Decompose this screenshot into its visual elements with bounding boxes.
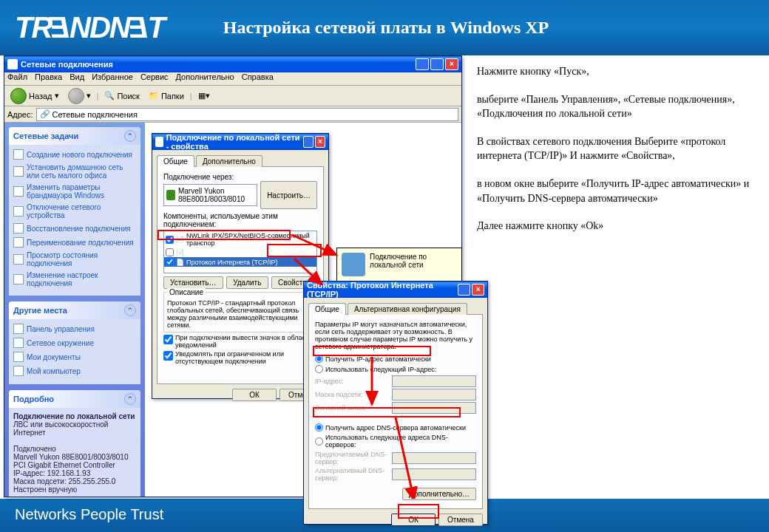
maximize-button[interactable] [430, 58, 444, 70]
ip-auto-radio[interactable]: Получить IP-адрес автоматически [315, 355, 476, 363]
places-header[interactable]: Другие места⌃ [9, 301, 140, 319]
place-item[interactable]: Панель управления [13, 324, 136, 334]
help-button[interactable] [303, 136, 314, 148]
close-button[interactable]: × [472, 284, 484, 296]
connection-icon [342, 253, 365, 276]
instr-p2: выберите «Панель Управления», «Сетевые п… [477, 92, 762, 121]
mask-field [392, 389, 476, 400]
forward-icon [68, 88, 84, 104]
dialog2-titlebar[interactable]: Свойства: Протокол Интернета (TCP/IP) × [304, 282, 487, 298]
task-item[interactable]: Восстановление подключения [13, 223, 136, 233]
tcpip-properties-dialog: Свойства: Протокол Интернета (TCP/IP) × … [303, 281, 488, 525]
instructions-panel: Нажмите кнопку «Пуск», выберите «Панель … [470, 55, 769, 499]
dialog2-title: Свойства: Протокол Интернета (TCP/IP) [307, 281, 456, 299]
ip-field [392, 375, 476, 387]
task-item[interactable]: Создание нового подключения [13, 149, 136, 160]
install-button[interactable]: Установить… [163, 276, 223, 289]
minimize-button[interactable] [416, 58, 429, 70]
tab-general[interactable]: Общие [157, 155, 194, 167]
footer-text: Networks People Trust [15, 506, 163, 522]
connect-via-label: Подключение через: [163, 173, 317, 181]
task-item[interactable]: Просмотр состояния подключения [13, 251, 136, 267]
search-button[interactable]: 🔍 Поиск [101, 89, 142, 102]
task-item[interactable]: Изменение настроек подключения [13, 271, 136, 287]
collapse-icon: ⌃ [124, 304, 136, 316]
explorer-title: Сетевые подключения [21, 60, 113, 69]
instr-p1: Нажмите кнопку «Пуск», [477, 64, 762, 79]
notify-icon-checkbox[interactable]: При подключении вывести значок в области… [163, 334, 317, 349]
tab-altconfig[interactable]: Альтернативная конфигурация [348, 303, 467, 315]
gateway-field [392, 402, 476, 414]
instr-p3: В свойствах сетевого подключения Выберит… [477, 134, 762, 163]
uninstall-button[interactable]: Удалить [226, 276, 269, 289]
components-label: Компоненты, используемые этим подключени… [163, 212, 317, 228]
address-input[interactable]: 🔗Сетевые подключения [36, 108, 458, 121]
address-bar: Адрес: 🔗Сетевые подключения [4, 106, 461, 123]
connection-properties-dialog: Подключение по локальной сети - свойства… [152, 133, 329, 399]
views-button[interactable]: ▦▾ [195, 89, 213, 102]
dns-manual-radio[interactable]: Использовать следующие адреса DNS-сервер… [315, 434, 476, 449]
dns1-field [392, 452, 476, 464]
help-button[interactable] [458, 284, 470, 296]
task-item[interactable]: Изменить параметры брандмауэра Windows [13, 183, 136, 200]
ip-para: Параметры IP могут назначаться автоматич… [315, 321, 476, 350]
menubar[interactable]: ФайлПравкаВидИзбранноеСервисДополнительн… [4, 72, 461, 86]
tasks-header[interactable]: Сетевые задачи⌃ [9, 127, 140, 145]
address-label: Адрес: [7, 110, 33, 119]
details-body: Подключение по локальной сети ЛВС или вы… [9, 408, 140, 497]
task-item[interactable]: Отключение сетевого устройства [13, 203, 136, 219]
window-icon [155, 137, 163, 147]
instr-p5: Далее нажмите кнопку «Ok» [477, 219, 762, 233]
collapse-icon: ⌃ [124, 130, 136, 142]
place-item[interactable]: Мои документы [13, 352, 136, 362]
collapse-icon: ⌃ [124, 393, 136, 405]
advanced-button[interactable]: Дополнительно… [402, 488, 476, 500]
forward-button[interactable]: ▾ [65, 86, 94, 106]
window-icon [7, 59, 18, 69]
close-button[interactable]: × [315, 136, 325, 148]
ip-manual-radio[interactable]: Использовать следующий IP-адрес: [315, 365, 476, 373]
dialog1-titlebar[interactable]: Подключение по локальной сети - свойства… [152, 134, 328, 150]
components-list[interactable]: 📄NWLink IPX/SPX/NetBIOS-совместимый тран… [163, 231, 317, 273]
notify-limited-checkbox[interactable]: Уведомлять при ограниченном или отсутств… [163, 350, 317, 365]
task-item[interactable]: Установить домашнюю сеть или сеть малого… [13, 163, 136, 180]
dns2-field [392, 468, 476, 480]
tab-advanced[interactable]: Дополнительно [196, 155, 262, 167]
toolbar: Назад ▾ ▾ | 🔍 Поиск 📁 Папки | ▦▾ [4, 86, 461, 106]
connection-tooltip: Подключение по локальной сети [336, 248, 462, 282]
back-icon [10, 88, 27, 104]
page-title: Настройка сетевой платы в Windows XP [223, 18, 549, 38]
ok-button[interactable]: ОК [232, 389, 277, 401]
nic-icon [166, 190, 175, 200]
nic-box: Marvell Yukon 88E8001/8003/8010 [163, 184, 257, 206]
folders-button[interactable]: 📁 Папки [146, 89, 187, 102]
close-button[interactable]: × [445, 58, 458, 70]
dialog1-title: Подключение по локальной сети - свойства [166, 133, 302, 151]
ok-button[interactable]: ОК [391, 514, 436, 526]
instr-p4: в новом окне выберите «Получить IP-адрес… [477, 177, 762, 205]
side-panel: Сетевые задачи⌃ Создание нового подключе… [4, 123, 145, 497]
description-group: Описание Протокол TCP/IP - стандартный п… [163, 292, 317, 332]
explorer-titlebar[interactable]: Сетевые подключения × [4, 56, 461, 72]
back-button[interactable]: Назад ▾ [7, 86, 62, 106]
dns-auto-radio[interactable]: Получить адрес DNS-сервера автоматически [315, 423, 476, 432]
details-header[interactable]: Подробно⌃ [9, 390, 140, 408]
configure-button[interactable]: Настроить… [260, 181, 317, 209]
brand-logo: TRENDNET [15, 11, 164, 44]
tab-general[interactable]: Общие [308, 303, 346, 315]
task-item[interactable]: Переименование подключения [13, 237, 136, 248]
place-item[interactable]: Мой компьютер [13, 366, 136, 376]
place-item[interactable]: Сетевое окружение [13, 338, 136, 348]
cancel-button[interactable]: Отмена [438, 514, 483, 526]
